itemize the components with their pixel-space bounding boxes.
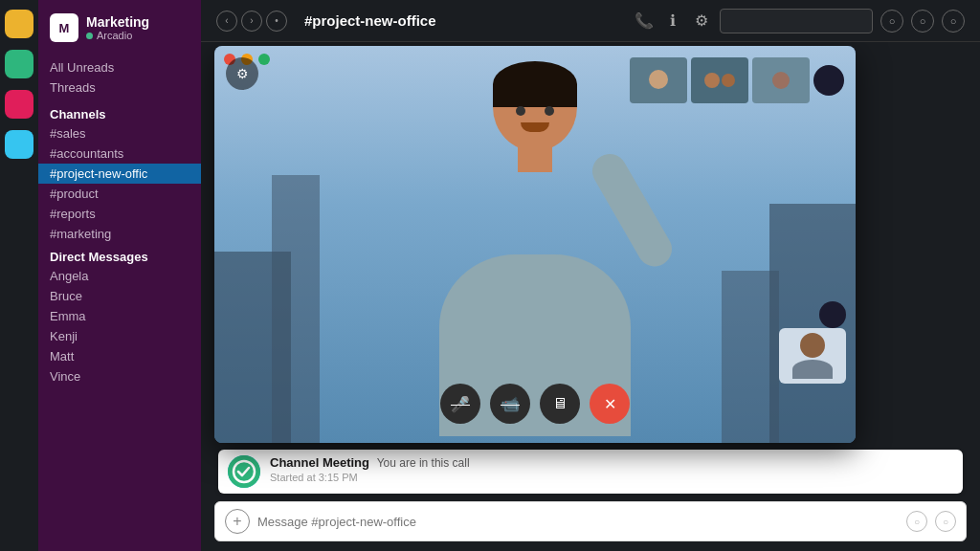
app-icon-strip — [0, 0, 38, 551]
message-time: Started at 3:15 PM — [270, 472, 953, 483]
sidebar-item-all-unreads[interactable]: All Unreads — [38, 57, 201, 77]
video-call-overlay: ⚙ — [214, 46, 856, 443]
workspace-icon-2[interactable] — [5, 50, 33, 78]
input-bar: + ○ ○ — [214, 501, 967, 541]
dark-circle-bottom — [819, 301, 846, 328]
input-right-icons: ○ ○ — [906, 511, 956, 532]
workspace-icon-1[interactable] — [5, 10, 33, 38]
message-item: Channel Meeting You are in this call Sta… — [218, 450, 963, 494]
topbar-circle-2[interactable]: ○ — [911, 10, 934, 33]
nav-dot-button[interactable]: • — [266, 11, 287, 32]
topbar: ‹ › • #project-new-office 📞 ℹ ⚙ ○ ○ ○ — [201, 0, 980, 42]
gear-icon: ⚙ — [236, 66, 249, 81]
person-silhouette — [382, 54, 688, 436]
message-subtitle: You are in this call — [377, 456, 470, 470]
sidebar: M Marketing Arcadio All Unreads Threads … — [38, 0, 201, 551]
channels-label: Channels — [38, 101, 201, 123]
dm-emma[interactable]: Emma — [38, 306, 201, 326]
video-thumb-bottom-right — [779, 328, 846, 384]
mute-button[interactable]: 🎤 — [440, 384, 480, 424]
topbar-circle-3[interactable]: ○ — [942, 10, 965, 33]
gear-icon[interactable]: ⚙ — [691, 11, 712, 30]
sidebar-item-marketing[interactable]: #marketing — [38, 224, 201, 244]
video-thumb-1 — [630, 57, 687, 103]
workspace-icon-3[interactable] — [5, 90, 33, 119]
dm-label: Direct Messages — [38, 244, 201, 266]
sidebar-item-reports[interactable]: #reports — [38, 204, 201, 224]
workspace-logo: M — [50, 13, 78, 42]
video-thumb-2 — [691, 57, 748, 103]
camera-button[interactable]: 📹 — [490, 384, 530, 424]
format-button[interactable]: ○ — [935, 511, 956, 532]
phone-icon[interactable]: 📞 — [634, 11, 655, 30]
workspace-user: Arcadio — [86, 30, 149, 41]
workspace-info: Marketing Arcadio — [86, 14, 149, 42]
thumbnail-container — [630, 57, 844, 103]
workspace-header: M Marketing Arcadio — [38, 0, 201, 50]
sidebar-item-project-new-office[interactable]: #project-new-offic — [38, 164, 201, 184]
nav-forward-button[interactable]: › — [241, 11, 262, 32]
channels-list: #sales #accountants #project-new-offic #… — [38, 123, 201, 244]
dm-kenji[interactable]: Kenji — [38, 326, 201, 346]
info-icon[interactable]: ℹ — [662, 11, 683, 30]
search-input[interactable] — [720, 9, 873, 33]
message-title: Channel Meeting You are in this call — [270, 455, 953, 470]
message-content: Channel Meeting You are in this call Sta… — [270, 455, 953, 483]
topbar-circle-1[interactable]: ○ — [880, 10, 903, 33]
dm-vince[interactable]: Vince — [38, 366, 201, 386]
dm-list: Angela Bruce Emma Kenji Matt Vince — [38, 266, 201, 386]
sidebar-item-threads[interactable]: Threads — [38, 77, 201, 98]
dark-circle-top — [813, 65, 844, 96]
sidebar-item-product[interactable]: #product — [38, 184, 201, 204]
video-controls-bar: 🎤 📹 🖥 ✕ — [440, 384, 630, 424]
workspace-name: Marketing — [86, 14, 149, 31]
screen-share-button[interactable]: 🖥 — [540, 384, 580, 424]
emoji-button[interactable]: ○ — [906, 511, 927, 532]
add-attachment-button[interactable]: + — [225, 509, 250, 534]
window-maximize-button[interactable] — [258, 54, 270, 65]
dm-angela[interactable]: Angela — [38, 266, 201, 286]
main-area: ‹ › • #project-new-office 📞 ℹ ⚙ ○ ○ ○ — [201, 0, 980, 551]
message-avatar — [228, 455, 260, 488]
messages-area: Channel Meeting You are in this call Sta… — [214, 446, 967, 494]
chat-content: ⚙ — [201, 42, 980, 551]
nav-section: All Unreads Threads — [38, 50, 201, 101]
message-input[interactable] — [257, 515, 899, 529]
nav-buttons: ‹ › • — [216, 11, 287, 32]
dm-matt[interactable]: Matt — [38, 346, 201, 366]
nav-back-button[interactable]: ‹ — [216, 11, 237, 32]
topbar-actions: 📞 ℹ ⚙ ○ ○ ○ — [634, 9, 965, 33]
channel-title: #project-new-office — [304, 12, 624, 29]
workspace-icon-4[interactable] — [5, 130, 33, 159]
online-indicator — [86, 33, 93, 39]
video-thumb-3 — [752, 57, 810, 103]
video-settings-button[interactable]: ⚙ — [226, 57, 258, 90]
sidebar-item-accountants[interactable]: #accountants — [38, 143, 201, 164]
dm-bruce[interactable]: Bruce — [38, 286, 201, 306]
sidebar-item-sales[interactable]: #sales — [38, 123, 201, 143]
end-call-button[interactable]: ✕ — [590, 384, 630, 424]
